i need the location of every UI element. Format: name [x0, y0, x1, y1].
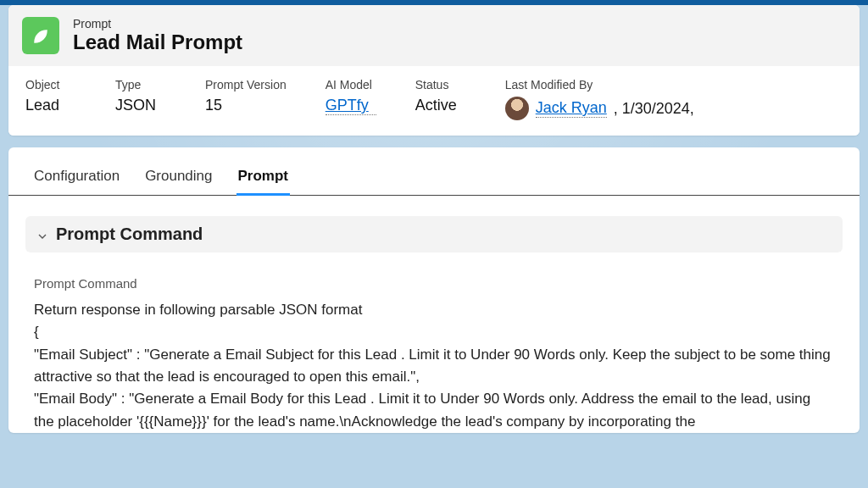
- meta-model-link[interactable]: GPTfy: [326, 97, 376, 115]
- section-title: Prompt Command: [56, 225, 203, 244]
- prompt-command-text: Return response in following parsable JS…: [34, 299, 834, 433]
- meta-modified-value: Jack Ryan , 1/30/2024,: [505, 97, 843, 120]
- record-title: Lead Mail Prompt: [73, 30, 242, 54]
- meta-version-label: Prompt Version: [205, 78, 287, 92]
- status-text: Active: [415, 97, 457, 114]
- field-label-prompt-command: Prompt Command: [34, 276, 834, 291]
- meta-object-label: Object: [25, 78, 76, 92]
- record-header-card: Prompt Lead Mail Prompt Object Lead Type…: [8, 5, 860, 136]
- meta-type-value: JSON: [115, 97, 166, 114]
- meta-object-value: Lead: [25, 97, 76, 114]
- detail-card: Configuration Grounding Prompt Prompt Co…: [8, 147, 860, 433]
- record-eyebrow: Prompt: [73, 17, 242, 30]
- tab-prompt[interactable]: Prompt: [236, 161, 291, 196]
- meta-version-value: 15: [205, 97, 287, 114]
- modified-date: , 1/30/2024,: [614, 100, 694, 118]
- record-header-top: Prompt Lead Mail Prompt: [8, 5, 860, 66]
- tab-configuration[interactable]: Configuration: [32, 161, 121, 196]
- meta-status-label: Status: [415, 78, 466, 92]
- record-meta-row: Object Lead Type JSON Prompt Version 15 …: [8, 66, 860, 136]
- modified-by-user-link[interactable]: Jack Ryan: [536, 99, 607, 118]
- chevron-down-icon: [36, 228, 49, 241]
- meta-status-value: Active: [415, 97, 466, 114]
- tab-grounding[interactable]: Grounding: [143, 161, 214, 196]
- tab-bar: Configuration Grounding Prompt: [8, 147, 860, 196]
- avatar: [505, 97, 529, 120]
- meta-modified-label: Last Modified By: [505, 78, 843, 92]
- section-header-prompt-command[interactable]: Prompt Command: [25, 216, 843, 252]
- meta-type-label: Type: [115, 78, 166, 92]
- leaf-icon: [22, 17, 59, 54]
- meta-model-label: AI Model: [326, 78, 376, 92]
